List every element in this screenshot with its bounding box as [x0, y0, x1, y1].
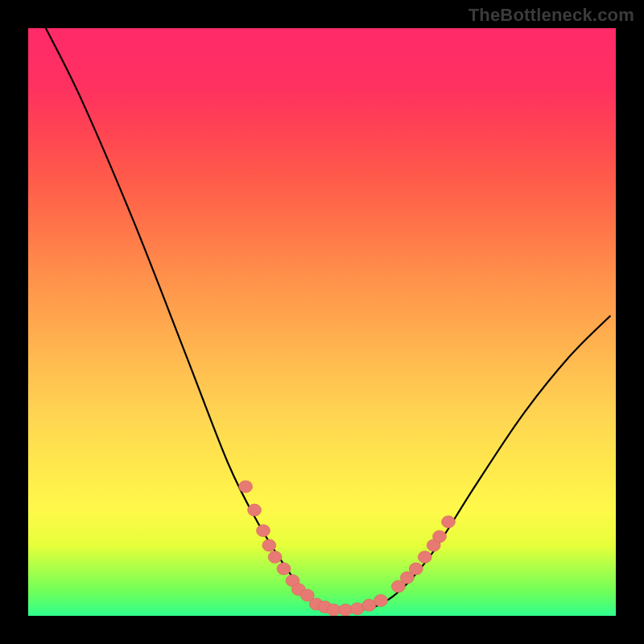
chart-frame: TheBottleneck.com	[0, 0, 644, 644]
attribution-text: TheBottleneck.com	[469, 5, 634, 26]
plot-area	[28, 28, 616, 616]
